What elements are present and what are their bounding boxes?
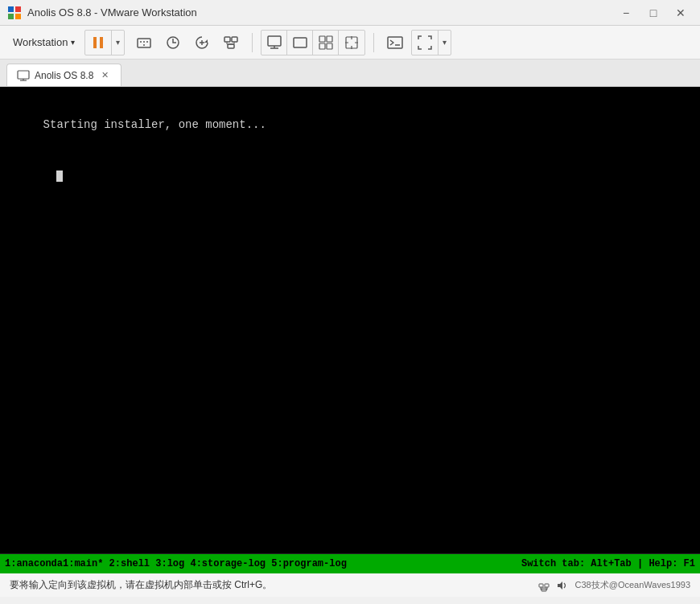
anaconda-switch-hint: Switch tab: Alt+Tab | Help: F1: [521, 558, 695, 569]
snapshot-button[interactable]: [160, 31, 186, 55]
vm-status-bar: 1:anaconda1:main* 2:shell 3:log 4:storag…: [0, 553, 700, 573]
svg-rect-25: [294, 38, 307, 47]
svg-rect-36: [539, 584, 543, 587]
notification-right: C38技术@OceanWaves1993: [537, 578, 690, 593]
network-icon: [537, 578, 551, 593]
svg-rect-16: [232, 37, 237, 42]
fullscreen-dropdown-button[interactable]: ▾: [438, 31, 451, 55]
app-icon: [6, 5, 23, 21]
svg-rect-6: [138, 39, 150, 47]
watermark-text: C38技术@OceanWaves1993: [575, 579, 690, 591]
window-title: Anolis OS 8.8 - VMware Workstation: [27, 6, 613, 18]
svg-rect-31: [388, 37, 402, 48]
minimize-button[interactable]: −: [613, 5, 639, 21]
svg-rect-37: [545, 584, 549, 587]
notification-icons: [537, 578, 569, 593]
svg-rect-2: [8, 14, 14, 19]
tab-bar: Anolis OS 8.8 ✕: [0, 60, 700, 87]
workstation-label: Workstation: [13, 36, 68, 48]
terminal-output: Starting installer, one moment...: [16, 100, 266, 235]
svg-rect-26: [319, 36, 325, 42]
svg-rect-15: [224, 37, 230, 42]
svg-marker-12: [204, 39, 208, 43]
tab-label: Anolis OS 8.8: [35, 70, 93, 81]
anaconda-tabs: 1:anaconda1:main* 2:shell 3:log 4:storag…: [5, 558, 347, 569]
terminal-line1: Starting installer, one moment...: [43, 118, 266, 131]
svg-rect-17: [228, 44, 234, 48]
autofit-view-button[interactable]: [339, 31, 364, 55]
workstation-dropdown-icon: ▾: [71, 38, 75, 47]
window-controls: − □ ✕: [613, 5, 694, 21]
console-button[interactable]: [382, 31, 408, 55]
svg-rect-29: [327, 43, 332, 49]
pause-group: ▾: [84, 30, 125, 55]
multiple-view-button[interactable]: [313, 31, 339, 55]
svg-rect-22: [268, 36, 281, 46]
svg-rect-3: [15, 14, 21, 19]
svg-rect-4: [93, 37, 97, 48]
svg-rect-0: [8, 6, 14, 12]
notification-bar: 要将输入定向到该虚拟机，请在虚拟机内部单击或按 Ctrl+G。: [0, 573, 700, 597]
tab-vm-icon: [17, 69, 30, 82]
terminal-cursor: [56, 171, 63, 182]
send-key-button[interactable]: [131, 31, 157, 55]
pause-dropdown-button[interactable]: ▾: [111, 31, 124, 55]
svg-marker-43: [558, 581, 562, 590]
revert-snapshot-button[interactable]: [189, 31, 215, 55]
tab-close-button[interactable]: ✕: [98, 69, 111, 82]
close-button[interactable]: ✕: [668, 5, 694, 21]
manage-snapshots-button[interactable]: [218, 31, 244, 55]
vm-tab[interactable]: Anolis OS 8.8 ✕: [6, 64, 121, 86]
fullscreen-group: ▾: [411, 30, 451, 55]
svg-rect-1: [15, 6, 21, 12]
view-button-group: [261, 30, 365, 55]
pause-button[interactable]: [85, 31, 111, 55]
normal-view-button[interactable]: [261, 31, 287, 55]
svg-rect-5: [100, 37, 103, 48]
workstation-menu-button[interactable]: Workstation ▾: [6, 33, 81, 51]
toolbar: Workstation ▾ ▾: [0, 26, 700, 60]
svg-rect-33: [18, 71, 29, 79]
vm-screen[interactable]: Starting installer, one moment...: [0, 87, 700, 553]
title-bar: Anolis OS 8.8 - VMware Workstation − □ ✕: [0, 0, 700, 26]
sound-icon: [554, 578, 569, 593]
maximize-button[interactable]: □: [640, 5, 666, 21]
toolbar-separator-2: [373, 33, 374, 52]
toolbar-separator-1: [252, 33, 253, 52]
notification-message: 要将输入定向到该虚拟机，请在虚拟机内部单击或按 Ctrl+G。: [10, 578, 272, 592]
anaconda-status-bar: 1:anaconda1:main* 2:shell 3:log 4:storag…: [0, 554, 700, 573]
svg-rect-28: [319, 43, 325, 49]
fullscreen-button[interactable]: [412, 31, 438, 55]
single-view-button[interactable]: [287, 31, 313, 55]
svg-rect-27: [327, 36, 332, 42]
